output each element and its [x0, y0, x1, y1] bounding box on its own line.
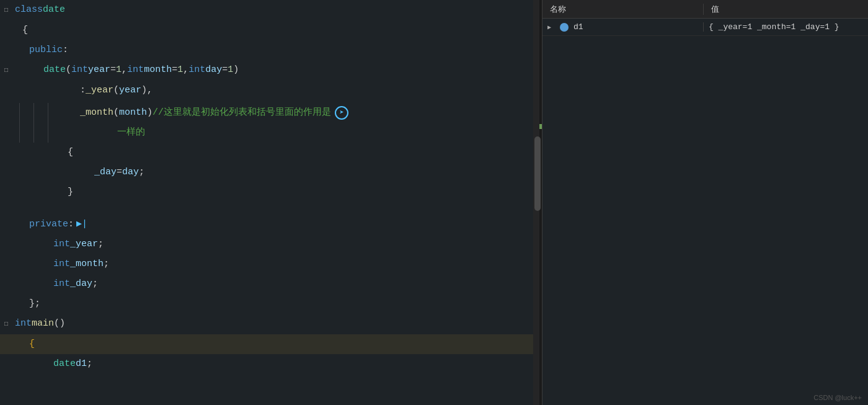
- code-line-class: □ class date: [0, 0, 533, 20]
- editor-scrollbar[interactable]: [533, 0, 542, 405]
- scrollbar-thumb[interactable]: [534, 136, 541, 211]
- variable-name: d1: [574, 22, 583, 32]
- fold-main-icon[interactable]: □: [0, 314, 12, 334]
- object-icon: [560, 23, 569, 32]
- debug-variable-row[interactable]: ▶ d1 { _year=1 _month=1 _day=1 }: [542, 19, 868, 36]
- fold-class-icon[interactable]: □: [0, 1, 12, 20]
- code-line-year-member: int _year ;: [0, 234, 533, 254]
- debug-panel: 名称 值 ▶ d1 { _year=1 _month=1 _day=1 } CS…: [542, 0, 868, 405]
- code-line-main-brace: {: [0, 334, 533, 354]
- arrow-icon: ➤: [335, 106, 348, 120]
- code-line-brace2: {: [0, 143, 533, 162]
- class-name: date: [43, 0, 65, 20]
- fold-constructor-icon[interactable]: □: [0, 61, 12, 81]
- code-line-brace1: {: [0, 20, 533, 40]
- debug-cell-value: { _year=1 _month=1 _day=1 }: [704, 22, 868, 32]
- code-line-init-year: : _year ( year ),: [0, 81, 533, 100]
- debug-cell-name: ▶ d1: [542, 22, 704, 32]
- code-line-init-month: _month ( month ) //这里就是初始化列表和括号里面的作用是 ➤ …: [0, 100, 533, 143]
- expand-arrow-icon[interactable]: ▶: [547, 24, 555, 31]
- code-editor: □ class date { public :: [0, 0, 533, 405]
- private-breakpoint-arrow: ▶|: [76, 215, 87, 234]
- code-line-constructor: □ date ( int year = 1 , int month = 1 , …: [0, 60, 533, 81]
- code-line-brace3: }: [0, 182, 533, 202]
- code-line-month-member: int _month ;: [0, 254, 533, 274]
- code-line-class-end: } ;: [0, 294, 533, 314]
- code-line-public: public :: [0, 40, 533, 60]
- debug-header: 名称 值: [542, 0, 868, 19]
- code-line-more: [0, 374, 533, 394]
- code-line-private: private : ▶|: [0, 215, 533, 234]
- kw-class: class: [15, 0, 43, 20]
- code-line-empty1: [0, 202, 533, 215]
- watermark: CSDN @luck++: [813, 394, 862, 401]
- debug-header-name: 名称: [542, 4, 704, 15]
- code-line-body-day: _day = day ;: [0, 162, 533, 182]
- code-line-main: □ int main (): [0, 314, 533, 334]
- code-line-date-d1: date d1 ;: [0, 354, 533, 374]
- code-line-day-member: int _day ;: [0, 274, 533, 294]
- debug-header-value: 值: [704, 4, 868, 15]
